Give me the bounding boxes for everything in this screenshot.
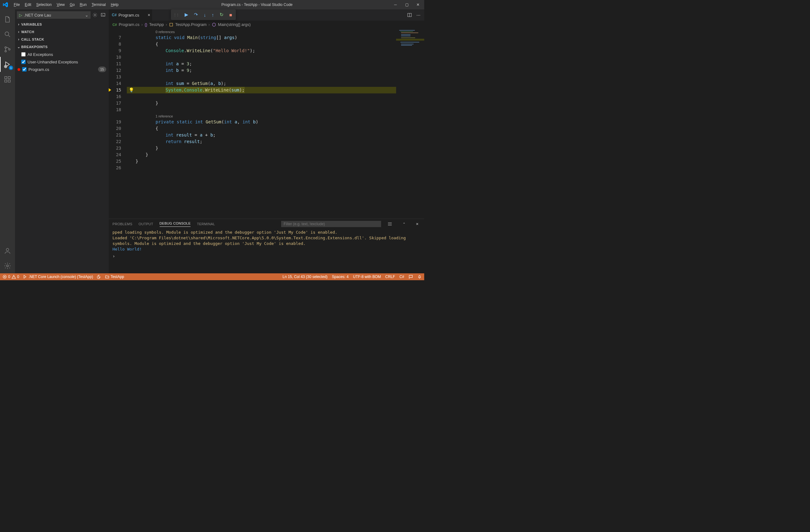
status-bell-icon[interactable]	[417, 275, 422, 279]
line-gutter[interactable]: 7891011121314151617181920212223242526	[109, 29, 127, 219]
code-content[interactable]: 0 referencesstatic void Main(string[] ar…	[127, 29, 396, 219]
gear-icon[interactable]	[93, 13, 99, 17]
search-icon[interactable]	[0, 27, 15, 42]
code-line[interactable]: {	[127, 125, 396, 132]
menu-file[interactable]: File	[11, 2, 22, 7]
menu-run[interactable]: Run	[77, 2, 89, 7]
run-debug-icon[interactable]: 1	[0, 57, 15, 72]
svg-rect-8	[8, 77, 10, 79]
checkbox-user-unhandled[interactable]	[21, 60, 26, 64]
close-panel-icon[interactable]: ✕	[414, 222, 420, 226]
breakpoint-user-unhandled[interactable]: User-Unhandled Exceptions	[15, 58, 109, 66]
source-control-icon[interactable]	[0, 42, 15, 57]
checkbox-breakpoint-file[interactable]	[22, 67, 27, 71]
tab-output[interactable]: OUTPUT	[139, 222, 153, 226]
csharp-file-icon: C#	[112, 13, 116, 17]
breakpoint-file[interactable]: Program.cs 15	[15, 66, 109, 73]
tab-program-cs[interactable]: C# Program.cs ×	[109, 10, 152, 21]
debug-console-output[interactable]: pped loading symbols. Module is optimize…	[109, 229, 424, 273]
status-feedback-icon[interactable]	[409, 275, 413, 279]
code-line[interactable]: }	[127, 145, 396, 151]
tab-debug-console[interactable]: DEBUG CONSOLE	[160, 222, 191, 227]
step-into-icon[interactable]: ↓	[204, 12, 206, 17]
code-line[interactable]: }	[127, 100, 396, 107]
checkbox-all-exceptions[interactable]	[21, 52, 26, 57]
code-line[interactable]: System.Console.WriteLine(sum);💡	[127, 87, 396, 93]
code-line[interactable]: Console.WriteLine("Hello World!");	[127, 48, 396, 54]
debug-toolbar[interactable]: ⋮⋮ ▶ ↷ ↓ ↑ ↻ ■	[171, 10, 236, 20]
filter-input[interactable]	[281, 221, 381, 227]
breakpoints-section[interactable]: ⌄ BREAKPOINTS	[15, 43, 109, 51]
code-line[interactable]: static void Main(string[] args)	[127, 34, 396, 41]
settings-gear-icon[interactable]	[0, 258, 15, 273]
code-line[interactable]	[127, 165, 396, 171]
code-line[interactable]: private static int GetSum(int a, int b)	[127, 119, 396, 125]
code-line[interactable]: int result = a + b;	[127, 132, 396, 139]
step-over-icon[interactable]: ↷	[194, 12, 198, 17]
menu-selection[interactable]: Selection	[34, 2, 54, 7]
debug-sidebar: ▷ .NET Core Lau ⌄ › VARIABLES › WATCH › …	[15, 10, 109, 273]
code-line[interactable]: int b = 9;	[127, 67, 396, 74]
status-language[interactable]: C#	[400, 275, 404, 279]
split-editor-icon[interactable]	[407, 13, 412, 17]
breadcrumbs[interactable]: C# Program.cs › {} TestApp › TestApp.Pro…	[109, 21, 424, 29]
status-encoding[interactable]: UTF-8 with BOM	[353, 275, 381, 279]
extensions-icon[interactable]	[0, 72, 15, 87]
codelens[interactable]: 1 reference	[127, 113, 396, 119]
code-line[interactable]: }	[127, 158, 396, 165]
status-flame-icon[interactable]	[97, 275, 101, 279]
menu-terminal[interactable]: Terminal	[89, 2, 108, 7]
code-line[interactable]	[127, 74, 396, 80]
svg-point-1	[5, 47, 6, 48]
status-launch-config[interactable]: .NET Core Launch (console) (TestApp)	[23, 275, 93, 279]
menu-help[interactable]: Help	[108, 2, 121, 7]
callstack-section[interactable]: › CALL STACK	[15, 36, 109, 43]
code-line[interactable]	[127, 93, 396, 100]
restart-icon[interactable]: ↻	[220, 12, 224, 17]
code-line[interactable]	[127, 54, 396, 61]
explorer-icon[interactable]	[0, 12, 15, 27]
word-wrap-icon[interactable]	[387, 222, 394, 226]
code-line[interactable]: }	[127, 151, 396, 158]
more-actions-icon[interactable]: ⋯	[417, 13, 420, 17]
launch-config-select[interactable]: ▷ .NET Core Lau ⌄	[17, 11, 91, 19]
code-line[interactable]	[127, 107, 396, 113]
code-editor[interactable]: 7891011121314151617181920212223242526 0 …	[109, 29, 424, 219]
menu-edit[interactable]: Edit	[22, 2, 34, 7]
step-out-icon[interactable]: ↑	[212, 12, 214, 17]
tab-terminal[interactable]: TERMINAL	[197, 222, 215, 226]
drag-handle-icon[interactable]: ⋮⋮	[173, 13, 179, 17]
close-tab-icon[interactable]: ×	[148, 13, 150, 17]
code-line[interactable]: int sum = GetSum(a, b);	[127, 80, 396, 87]
status-errors[interactable]: 0 0	[2, 275, 19, 279]
namespace-icon: {}	[145, 22, 147, 27]
continue-icon[interactable]: ▶	[184, 12, 188, 17]
window-maximize-icon[interactable]: ▢	[404, 2, 409, 7]
lightbulb-icon[interactable]: 💡	[129, 87, 134, 93]
window-minimize-icon[interactable]: ─	[393, 2, 398, 7]
watch-section[interactable]: › WATCH	[15, 28, 109, 36]
variables-section[interactable]: › VARIABLES	[15, 21, 109, 28]
debug-console-icon[interactable]	[101, 13, 107, 17]
status-folder[interactable]: TestApp	[105, 275, 124, 279]
tab-label: Program.cs	[118, 13, 139, 17]
code-line[interactable]: return result;	[127, 139, 396, 145]
menu-go[interactable]: Go	[67, 2, 77, 7]
account-icon[interactable]	[0, 243, 15, 258]
code-line[interactable]: {	[127, 41, 396, 48]
window-close-icon[interactable]: ✕	[416, 2, 420, 7]
menu-view[interactable]: View	[54, 2, 67, 7]
start-debug-icon[interactable]: ▷	[19, 13, 22, 17]
code-line[interactable]: int a = 3;	[127, 61, 396, 67]
svg-rect-14	[169, 23, 173, 26]
stop-icon[interactable]: ■	[229, 12, 232, 17]
tab-problems[interactable]: PROBLEMS	[112, 222, 132, 226]
codelens[interactable]: 0 references	[127, 29, 396, 34]
chevron-up-icon[interactable]: ⌃	[401, 222, 407, 226]
minimap[interactable]	[396, 29, 424, 219]
debug-console-prompt[interactable]: ›	[112, 253, 420, 259]
status-cursor-position[interactable]: Ln 15, Col 43 (30 selected)	[283, 275, 328, 279]
status-indentation[interactable]: Spaces: 4	[332, 275, 349, 279]
status-eol[interactable]: CRLF	[385, 275, 395, 279]
breakpoint-all-exceptions[interactable]: All Exceptions	[15, 51, 109, 58]
